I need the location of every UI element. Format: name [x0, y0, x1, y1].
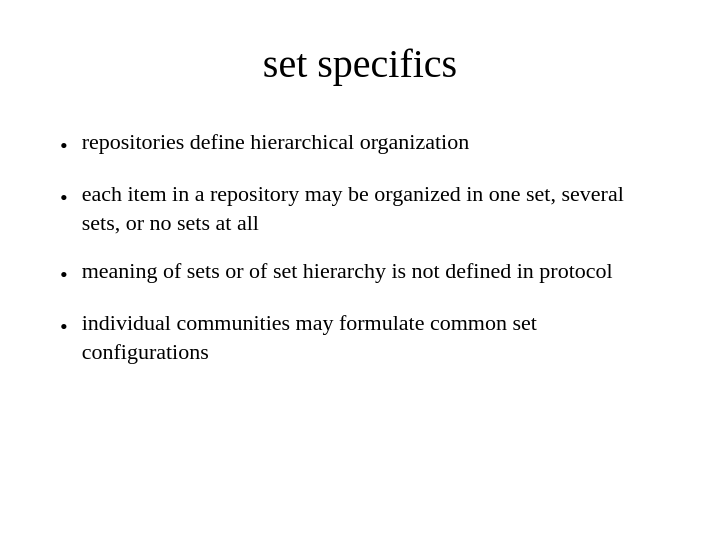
bullet-text-3: meaning of sets or of set hierarchy is n… — [82, 256, 660, 286]
slide-title: set specifics — [60, 40, 660, 87]
bullet-text-1: repositories define hierarchical organiz… — [82, 127, 660, 157]
bullet-dot: • — [60, 312, 68, 342]
list-item: •meaning of sets or of set hierarchy is … — [60, 256, 660, 290]
bullet-dot: • — [60, 183, 68, 213]
bullet-list: •repositories define hierarchical organi… — [60, 127, 660, 367]
slide-container: set specifics •repositories define hiera… — [0, 0, 720, 540]
bullet-dot: • — [60, 260, 68, 290]
bullet-dot: • — [60, 131, 68, 161]
list-item: •individual communities may formulate co… — [60, 308, 660, 367]
list-item: •each item in a repository may be organi… — [60, 179, 660, 238]
bullet-text-2: each item in a repository may be organiz… — [82, 179, 660, 238]
bullet-text-4: individual communities may formulate com… — [82, 308, 660, 367]
list-item: •repositories define hierarchical organi… — [60, 127, 660, 161]
